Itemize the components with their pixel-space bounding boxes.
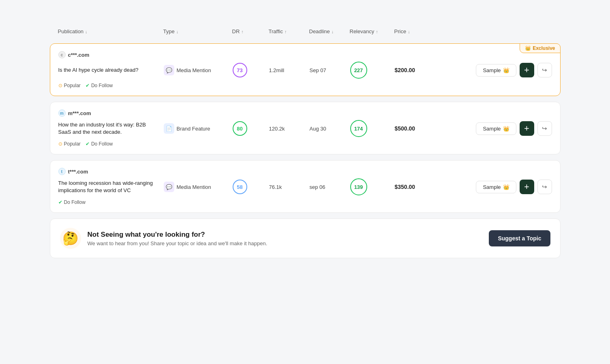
tag-dofollow-1: ✔ Do Follow <box>86 83 113 88</box>
card-deadline-2: Aug 30 <box>310 126 350 132</box>
card-relevancy-2: 174 <box>350 120 395 137</box>
share-button-1[interactable]: ↪ <box>537 63 552 77</box>
sample-crown-icon-1: 👑 <box>503 67 509 73</box>
suggest-topic-button[interactable]: Suggest a Topic <box>489 230 550 246</box>
card-main-row-1: Is the AI hype cycle already dead? 💬 Med… <box>58 62 552 79</box>
card-type-3: 💬 Media Mention <box>164 182 233 192</box>
sample-crown-icon-3: 👑 <box>503 184 509 190</box>
card-actions-2: Sample 👑 + ↪ <box>439 121 552 136</box>
header-price-sort: ↓ <box>408 29 410 34</box>
header-dr-sort: ↑ <box>241 29 244 34</box>
header-traffic-label: Traffic <box>269 28 283 34</box>
header-deadline-label: Deadline <box>309 28 330 34</box>
header-traffic-sort: ↑ <box>285 29 287 34</box>
card-price-3: $350.00 <box>395 184 439 190</box>
card-dr-2: 80 <box>233 121 269 136</box>
sample-button-3[interactable]: Sample 👑 <box>476 181 516 193</box>
media-mention-icon-1: 💬 <box>164 65 174 75</box>
sample-button-2[interactable]: Sample 👑 <box>476 122 516 135</box>
card-traffic-3: 76.1k <box>269 184 310 190</box>
header-price-label: Price <box>394 28 407 34</box>
card-price-1: $200.00 <box>395 67 439 73</box>
card-dr-3: 58 <box>233 180 269 194</box>
card-type-2: 📄 Brand Feature <box>164 123 233 134</box>
domain-icon-2: m <box>58 109 66 117</box>
not-seeing-card: 🤔 Not Seeing what you're looking for? We… <box>50 218 561 258</box>
dofollow-icon-3: ✔ <box>58 199 62 205</box>
header-type-sort: ↓ <box>176 29 179 34</box>
card-type-1: 💬 Media Mention <box>164 65 233 75</box>
header-deadline[interactable]: Deadline ↓ <box>309 28 350 34</box>
sample-button-1[interactable]: Sample 👑 <box>476 64 516 77</box>
crown-icon: 👑 <box>525 45 531 51</box>
not-seeing-text: Not Seeing what you're looking for? We w… <box>88 231 483 246</box>
header-publication-sort: ↓ <box>85 29 88 34</box>
card-main-row-2: How the an industry lost it's way: B2B S… <box>58 120 552 137</box>
header-price[interactable]: Price ↓ <box>394 28 439 34</box>
card-main-row-3: The looming recession has wide-ranging i… <box>58 178 552 195</box>
card-title-3: The looming recession has wide-ranging i… <box>58 180 164 194</box>
not-seeing-subtitle: We want to hear from you! Share your top… <box>88 240 483 246</box>
domain-name-2: m***.com <box>68 110 91 116</box>
card-tags-row-1: ⊙ Popular ✔ Do Follow <box>58 83 552 88</box>
card-domain-row-3: t t***.com <box>58 168 552 175</box>
header-deadline-sort: ↓ <box>332 29 334 34</box>
tag-dofollow-2: ✔ Do Follow <box>86 141 113 147</box>
header-relevancy-label: Relevancy <box>350 28 375 34</box>
media-mention-icon-3: 💬 <box>164 182 174 192</box>
share-button-2[interactable]: ↪ <box>537 121 552 136</box>
domain-icon-1: c <box>58 51 66 58</box>
table-header: Publication ↓ Type ↓ DR ↑ Traffic ↑ Dead… <box>50 24 561 39</box>
card-deadline-1: Sep 07 <box>310 67 350 73</box>
header-dr-label: DR <box>232 28 240 34</box>
header-dr[interactable]: DR ↑ <box>232 28 269 34</box>
card-deadline-3: sep 06 <box>310 184 350 190</box>
add-button-3[interactable]: + <box>520 180 534 194</box>
header-relevancy-sort: ↑ <box>376 29 378 34</box>
not-seeing-title: Not Seeing what you're looking for? <box>88 231 483 239</box>
card-domain-row-2: m m***.com <box>58 109 552 117</box>
card-traffic-1: 1.2mill <box>269 67 310 73</box>
popular-icon-1: ⊙ <box>58 83 62 88</box>
header-publication-label: Publication <box>58 28 84 34</box>
header-type-label: Type <box>163 28 175 34</box>
dr-badge-1: 73 <box>233 63 247 77</box>
card-actions-3: Sample 👑 + ↪ <box>439 180 552 194</box>
listing-card-3: t t***.com The looming recession has wid… <box>50 160 561 213</box>
relevancy-badge-1: 227 <box>350 62 367 79</box>
relevancy-badge-2: 174 <box>350 120 367 137</box>
not-seeing-emoji: 🤔 <box>60 228 81 249</box>
card-title-2: How the an industry lost it's way: B2B S… <box>58 121 164 136</box>
add-button-2[interactable]: + <box>520 121 534 136</box>
card-title-1: Is the AI hype cycle already dead? <box>58 66 164 74</box>
card-traffic-2: 120.2k <box>269 126 310 132</box>
dr-badge-2: 80 <box>233 121 247 136</box>
card-dr-1: 73 <box>233 63 269 77</box>
dofollow-icon-1: ✔ <box>86 83 90 88</box>
listing-card-1: 👑 Exclusive c c***.com Is the AI hype cy… <box>50 43 561 96</box>
tag-popular-2: ⊙ Popular <box>58 141 81 147</box>
add-button-1[interactable]: + <box>520 63 534 77</box>
header-type[interactable]: Type ↓ <box>163 28 232 34</box>
card-price-2: $500.00 <box>395 125 439 132</box>
listing-card-2: m m***.com How the an industry lost it's… <box>50 102 561 154</box>
dofollow-icon-2: ✔ <box>86 141 90 147</box>
exclusive-badge: 👑 Exclusive <box>520 43 560 53</box>
dr-badge-3: 58 <box>233 180 247 194</box>
header-relevancy[interactable]: Relevancy ↑ <box>350 28 394 34</box>
domain-name-1: c***.com <box>68 52 90 58</box>
card-domain-row-1: c c***.com <box>58 51 552 58</box>
card-relevancy-1: 227 <box>350 62 395 79</box>
domain-name-3: t***.com <box>68 169 88 175</box>
exclusive-label: Exclusive <box>533 45 555 51</box>
card-actions-1: Sample 👑 + ↪ <box>439 63 552 77</box>
header-traffic[interactable]: Traffic ↑ <box>269 28 309 34</box>
relevancy-badge-3: 139 <box>350 178 367 195</box>
card-relevancy-3: 139 <box>350 178 395 195</box>
share-button-3[interactable]: ↪ <box>537 180 552 194</box>
domain-icon-3: t <box>58 168 66 175</box>
header-publication[interactable]: Publication ↓ <box>58 28 163 34</box>
popular-icon-2: ⊙ <box>58 141 62 147</box>
brand-feature-icon-2: 📄 <box>164 123 174 134</box>
card-tags-row-3: ✔ Do Follow <box>58 199 552 205</box>
